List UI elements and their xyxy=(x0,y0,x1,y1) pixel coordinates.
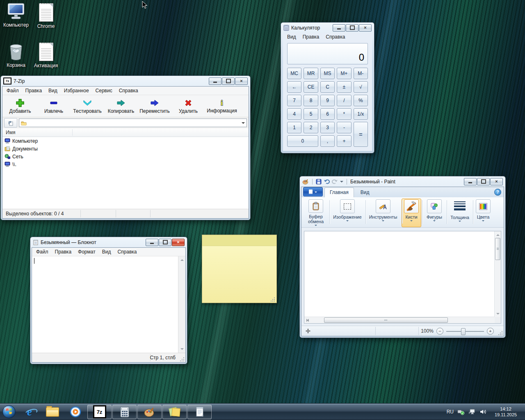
brushes-group-button[interactable]: Кисти xyxy=(402,199,421,227)
close-button[interactable]: × xyxy=(490,178,503,185)
key-ms[interactable]: MS xyxy=(320,68,335,79)
sevenzip-titlebar[interactable]: 7z 7-Zip × xyxy=(1,76,250,86)
extract-button[interactable]: Извлечь xyxy=(37,96,71,116)
taskbar-notepad-button[interactable] xyxy=(187,405,212,419)
info-button[interactable]: i Информация xyxy=(205,96,239,116)
paint-titlebar[interactable]: Безымянный - Paint × xyxy=(300,176,505,187)
taskbar-sticky-notes-button[interactable] xyxy=(162,405,187,419)
combo-dropdown-icon[interactable] xyxy=(242,122,245,126)
key-sqrt[interactable]: √ xyxy=(354,81,368,93)
taskbar-clock[interactable]: 14:12 19.11.2025 xyxy=(491,406,521,418)
tab-view[interactable]: Вид xyxy=(356,188,374,197)
menu-edit[interactable]: Правка xyxy=(52,248,75,256)
vertical-scroll-thumb[interactable] xyxy=(495,238,500,260)
paint-menu-button[interactable] xyxy=(303,187,323,196)
key-0[interactable]: 0 xyxy=(287,135,318,147)
taskbar-calculator-button[interactable] xyxy=(112,405,137,419)
key-7[interactable]: 7 xyxy=(287,95,301,106)
notepad-titlebar[interactable]: Безымянный — Блокнот × xyxy=(30,237,187,247)
key-2[interactable]: 2 xyxy=(304,122,318,133)
test-button[interactable]: Тестировать xyxy=(71,96,104,116)
taskbar-sevenzip-button[interactable]: 7z xyxy=(87,405,112,419)
key-4[interactable]: 4 xyxy=(287,108,301,120)
scroll-right-button[interactable] xyxy=(304,317,310,323)
key-reciprocal[interactable]: 1/x xyxy=(354,108,368,120)
list-item-unc-root[interactable]: \\. xyxy=(2,160,249,168)
copy-button[interactable]: Копировать xyxy=(104,96,138,116)
list-item-network[interactable]: Сеть xyxy=(2,153,249,160)
list-item-documents[interactable]: Документы xyxy=(2,145,249,153)
move-button[interactable]: Переместить xyxy=(138,96,171,116)
desktop-icon-computer[interactable]: Компьютер xyxy=(0,2,32,28)
menu-file[interactable]: Файл xyxy=(33,248,52,256)
taskbar-explorer-button[interactable] xyxy=(41,404,64,420)
menu-view[interactable]: Вид xyxy=(45,87,61,94)
delete-button[interactable]: Удалить xyxy=(171,96,205,116)
key-m-plus[interactable]: M+ xyxy=(337,68,351,79)
sticky-note-header[interactable] xyxy=(202,235,276,246)
menu-help[interactable]: Справка xyxy=(322,33,348,41)
scroll-down-button[interactable] xyxy=(495,311,501,317)
taskbar-media-player-button[interactable] xyxy=(64,404,87,420)
resize-grip[interactable] xyxy=(271,297,275,301)
paint-canvas[interactable] xyxy=(304,231,495,317)
close-button[interactable]: × xyxy=(172,239,185,246)
key-percent[interactable]: % xyxy=(354,95,368,106)
menu-view[interactable]: Вид xyxy=(99,248,114,256)
zoom-out-button[interactable]: − xyxy=(436,328,443,335)
minimize-button[interactable] xyxy=(464,178,477,185)
vertical-scrollbar[interactable] xyxy=(494,231,501,317)
sticky-note[interactable] xyxy=(202,235,277,303)
horizontal-scroll-thumb[interactable] xyxy=(324,317,448,323)
image-group-button[interactable]: Изображение xyxy=(329,199,365,227)
resize-grip[interactable] xyxy=(180,357,185,361)
maximize-button[interactable] xyxy=(477,178,490,185)
menu-favorites[interactable]: Избранное xyxy=(61,87,92,94)
scroll-up-button[interactable] xyxy=(178,256,185,263)
zoom-slider-thumb[interactable] xyxy=(461,328,466,335)
start-button[interactable] xyxy=(0,404,18,420)
key-mc[interactable]: MC xyxy=(287,68,301,79)
key-9[interactable]: 9 xyxy=(320,95,335,106)
menu-edit[interactable]: Правка xyxy=(299,33,323,41)
key-subtract[interactable]: - xyxy=(337,122,351,133)
menu-format[interactable]: Формат xyxy=(75,248,99,256)
key-negate[interactable]: ± xyxy=(337,81,351,93)
maximize-button[interactable] xyxy=(346,24,358,32)
path-combobox[interactable] xyxy=(19,119,247,127)
colors-group-button[interactable]: Цвета xyxy=(473,199,493,227)
redo-icon[interactable] xyxy=(332,179,338,184)
notepad-text-area[interactable] xyxy=(32,256,185,353)
calculator-titlebar[interactable]: Калькулятор × xyxy=(281,23,374,33)
menu-edit[interactable]: Правка xyxy=(22,87,46,94)
close-button[interactable]: × xyxy=(235,78,248,85)
zoom-slider[interactable] xyxy=(446,328,484,334)
help-icon[interactable]: ? xyxy=(494,189,501,196)
key-5[interactable]: 5 xyxy=(304,108,318,120)
column-header-name[interactable]: Имя xyxy=(2,128,249,137)
list-item-computer[interactable]: Компьютер xyxy=(2,137,249,145)
key-3[interactable]: 3 xyxy=(320,122,335,133)
key-multiply[interactable]: * xyxy=(337,108,351,120)
maximize-button[interactable] xyxy=(159,239,171,246)
minimize-button[interactable] xyxy=(333,24,345,32)
desktop-icon-chrome[interactable]: Chrome xyxy=(30,3,62,29)
tools-group-button[interactable]: Инструменты xyxy=(365,199,401,227)
key-6[interactable]: 6 xyxy=(320,108,335,120)
taskbar-paint-button[interactable] xyxy=(137,405,162,419)
menu-file[interactable]: Файл xyxy=(3,87,22,94)
save-icon[interactable] xyxy=(316,179,322,185)
menu-help[interactable]: Справка xyxy=(114,248,140,256)
key-c[interactable]: C xyxy=(320,81,335,93)
thickness-group-button[interactable]: Толщина xyxy=(447,199,473,227)
minimize-button[interactable] xyxy=(209,78,221,85)
vertical-scrollbar[interactable] xyxy=(178,256,185,353)
key-m-minus[interactable]: M- xyxy=(354,68,368,79)
network-icon[interactable] xyxy=(468,409,476,415)
resize-grip[interactable] xyxy=(498,331,503,335)
key-divide[interactable]: / xyxy=(337,95,351,106)
quick-access-dropdown-icon[interactable] xyxy=(340,181,343,184)
key-equals[interactable]: = xyxy=(354,122,368,147)
shapes-group-button[interactable]: Фигуры xyxy=(422,199,447,227)
key-1[interactable]: 1 xyxy=(287,122,301,133)
